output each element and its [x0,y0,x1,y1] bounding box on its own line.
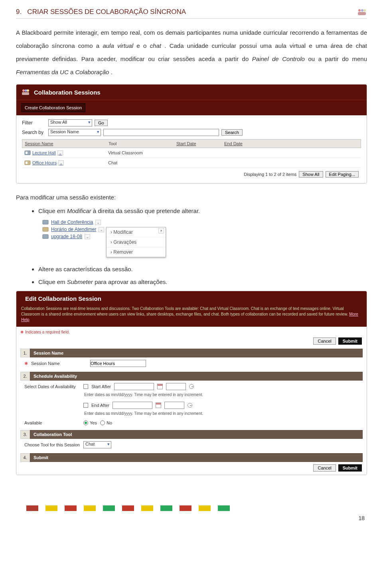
end-after-checkbox[interactable] [83,403,88,408]
color-swatch [65,505,77,511]
calendar-icon[interactable] [157,384,163,389]
chevron-down-icon[interactable]: ⌄ [85,234,90,239]
submit-button[interactable]: Submit [338,337,362,345]
svg-rect-12 [43,220,48,224]
color-swatch [199,505,211,511]
step-title: Session Name [30,349,363,357]
color-swatch [218,505,230,511]
available-yes-radio[interactable]: Yes [83,420,97,425]
color-swatch [180,505,192,511]
session-icon [42,226,49,233]
ctx-session-link[interactable]: Horário de Atendimer [51,227,96,232]
table-row: Office Hours ⌄ Chat [22,158,361,168]
session-tool: Virtual Classroom [106,149,174,157]
session-link[interactable]: Office Hours [32,160,57,165]
color-swatch [84,505,96,511]
color-swatch [103,505,115,511]
available-label: Available [24,420,80,425]
submit-button[interactable]: Submit [338,464,362,472]
create-session-button[interactable]: Create Collaboration Session [21,103,85,112]
required-indicator: ✱Indicates a required field. [20,330,363,334]
session-icon [42,233,49,240]
step-title: Schedule Availability [30,372,363,381]
collaboration-sessions-panel: Collaboration Sessions Create Collaborat… [16,84,367,184]
svg-point-2 [363,9,366,12]
people-icon [21,89,30,96]
end-time-input[interactable] [164,402,184,409]
color-swatch [26,505,38,511]
filter-select[interactable]: Show All [48,119,92,126]
list-item: Clique em Submeter para aprovar as alter… [38,277,367,287]
step-title: Submit [30,453,363,462]
ctx-menu-gravacoes[interactable]: › Gravações [107,237,166,247]
showall-button[interactable]: Show All [299,171,323,178]
start-date-input[interactable] [114,383,154,390]
step-title: Collaboration Tool [30,430,363,439]
table-header: Session Name Tool Start Date End Date [22,139,361,148]
page-number: 18 [16,513,367,521]
footer-colorbar [16,485,367,513]
tool-select[interactable]: Chat [83,441,111,448]
color-swatch [45,505,57,511]
search-input[interactable] [103,129,219,136]
go-button[interactable]: Go [95,120,108,126]
section-title-text: CRIAR SESSÕES DE COLABORAÇÃO SÍNCRONA [27,8,186,16]
step-number: 3. [20,430,30,439]
end-after-label: End After [91,403,109,408]
color-swatch [141,505,153,511]
ctx-session-link[interactable]: Hall de Conferência [51,219,93,225]
svg-rect-7 [22,92,29,95]
svg-rect-9 [26,152,28,154]
cancel-button[interactable]: Cancel [313,337,336,345]
table-row: Lecture Hall ⌄ Virtual Classroom [22,148,361,158]
modify-session-heading: Para modificar uma sessão existente: [16,194,367,201]
chevron-down-icon[interactable]: ⌄ [57,150,63,156]
edit-paging-button[interactable]: Edit Paging... [326,171,359,178]
col-start-date[interactable]: Start Date [174,140,222,148]
start-time-input[interactable] [166,383,186,390]
cancel-button[interactable]: Cancel [313,464,336,472]
session-icon [42,219,49,225]
calendar-icon[interactable] [156,403,161,408]
ctx-session-link[interactable]: upgrade 18-08 [51,234,82,239]
filter-label: Filter [22,120,46,126]
session-name-label: Session Name [31,361,87,366]
context-menu: × › Modificar › Gravações › Remover [106,227,166,257]
svg-point-6 [27,89,29,92]
chevron-down-icon[interactable]: ⌄ [99,227,104,232]
chevron-down-icon[interactable]: ⌄ [95,220,101,225]
close-icon[interactable]: × [158,228,164,233]
section-number: 9. [16,8,22,16]
ctx-menu-remover[interactable]: › Remover [107,247,166,257]
end-date-input[interactable] [113,402,152,409]
step-number: 4. [20,453,30,462]
availability-label: Select Dates of Availability [24,384,80,389]
svg-rect-3 [358,12,366,15]
date-hint: Enter dates as mm/dd/yyyy. Time may be e… [20,393,363,399]
search-button[interactable]: Search [221,129,243,136]
edit-panel-description: Collaboration Sessions are real-time les… [16,306,367,327]
start-after-checkbox[interactable] [83,384,88,389]
edit-panel-title: Edit Collaboration Session [25,295,101,302]
start-after-label: Start After [91,384,111,389]
session-link[interactable]: Lecture Hall [32,150,56,155]
col-session-name[interactable]: Session Name [22,140,106,148]
col-tool: Tool [106,140,174,148]
list-item: Clique em Modificar à direita da sessão … [38,206,367,216]
svg-rect-14 [43,235,48,239]
svg-point-1 [361,9,363,12]
svg-rect-11 [26,162,28,164]
clock-icon[interactable] [189,384,194,389]
session-tool: Chat [106,159,174,167]
clock-icon[interactable] [188,403,192,408]
chevron-down-icon[interactable]: ⌄ [58,160,64,166]
col-end-date[interactable]: End Date [222,140,361,148]
ctx-menu-modificar[interactable]: › Modificar [107,227,166,237]
session-icon [24,160,31,166]
session-name-input[interactable] [90,360,146,367]
svg-rect-13 [43,227,48,231]
searchby-select[interactable]: Session Name [48,129,101,136]
date-hint: Enter dates as mm/dd/yyyy. Time may be e… [20,411,363,418]
available-no-radio[interactable]: No [100,420,112,425]
session-icon [24,150,31,156]
